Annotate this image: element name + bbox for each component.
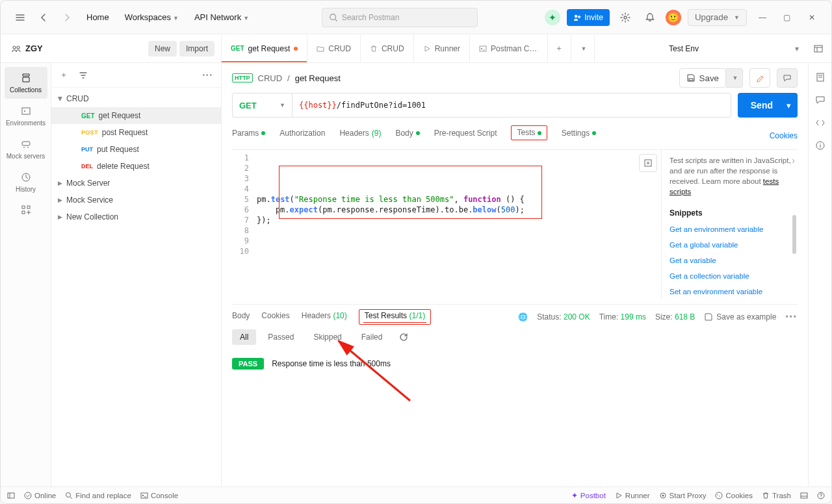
rail-history[interactable]: History bbox=[5, 166, 47, 198]
tree-item-del[interactable]: DELdelete Request bbox=[51, 158, 221, 175]
reqtab-settings[interactable]: Settings bbox=[562, 129, 596, 143]
footer-runner[interactable]: Runner bbox=[615, 492, 650, 499]
url-input[interactable]: {{host}}/findPutOne?id=1001 bbox=[292, 93, 731, 118]
tab-cli[interactable]: Postman CLI Configu bbox=[470, 34, 548, 62]
rail-more[interactable] bbox=[5, 199, 47, 220]
edit-icon[interactable] bbox=[749, 68, 770, 88]
rail-mockservers[interactable]: Mock servers bbox=[5, 133, 47, 165]
scrollbar[interactable] bbox=[792, 215, 796, 254]
notifications-icon[interactable] bbox=[641, 8, 659, 27]
filter-skipped[interactable]: Skipped bbox=[306, 329, 349, 345]
save-drop[interactable]: ▼ bbox=[726, 68, 743, 88]
snippet-link[interactable]: Set an environment variable bbox=[670, 288, 791, 296]
refresh-icon[interactable] bbox=[396, 333, 411, 342]
more-icon[interactable]: ••• bbox=[198, 71, 217, 79]
reqtab-params[interactable]: Params bbox=[232, 129, 265, 143]
filter-icon[interactable] bbox=[75, 67, 92, 84]
tab-crud-folder[interactable]: CRUD bbox=[307, 34, 361, 62]
reqtab-headers[interactable]: Headers (9) bbox=[339, 129, 381, 143]
code-icon[interactable] bbox=[815, 118, 826, 130]
snippet-link[interactable]: Get a variable bbox=[670, 257, 791, 264]
footer-help-icon[interactable] bbox=[817, 492, 825, 499]
tree-item-post[interactable]: POSTpost Request bbox=[51, 124, 221, 141]
footer-cookies[interactable]: Cookies bbox=[715, 492, 753, 499]
snippet-link[interactable]: Get a global variable bbox=[670, 241, 791, 249]
send-button[interactable]: Send bbox=[738, 93, 786, 118]
cookies-link[interactable]: Cookies bbox=[770, 131, 798, 140]
docs-icon[interactable] bbox=[815, 72, 826, 84]
tab-runner[interactable]: Runner bbox=[414, 34, 470, 62]
more-icon[interactable]: ••• bbox=[785, 312, 798, 321]
rail-environments[interactable]: Environments bbox=[5, 100, 47, 132]
comment-icon[interactable] bbox=[815, 95, 826, 107]
svg-rect-13 bbox=[22, 211, 25, 214]
add-icon[interactable]: ＋ bbox=[55, 67, 72, 84]
import-button[interactable]: Import bbox=[179, 41, 214, 57]
snippet-link[interactable]: Get a collection variable bbox=[670, 272, 791, 280]
resptab-testresults[interactable]: Test Results (1/1) bbox=[359, 311, 431, 323]
chevron-right-icon[interactable]: › bbox=[792, 155, 795, 166]
globe-icon[interactable]: 🌐 bbox=[518, 312, 528, 321]
code-tools-icon[interactable] bbox=[639, 154, 657, 172]
new-tab-button[interactable]: ＋ bbox=[548, 34, 571, 62]
nav-workspaces[interactable]: Workspaces▼ bbox=[120, 10, 184, 25]
team-avatar[interactable]: ✦ bbox=[545, 10, 560, 25]
footer-trash[interactable]: Trash bbox=[762, 492, 791, 499]
tab-get-request[interactable]: GET get Request bbox=[222, 34, 307, 62]
footer-find[interactable]: Find and replace bbox=[65, 492, 131, 499]
snippet-link[interactable]: Get an environment variable bbox=[670, 225, 791, 233]
workspace-name[interactable]: ZGY bbox=[11, 44, 43, 54]
method-get-tag: GET bbox=[81, 112, 95, 120]
reqtab-auth[interactable]: Authorization bbox=[280, 129, 325, 143]
save-button[interactable]: Save bbox=[679, 68, 726, 88]
window-minimize-icon[interactable]: — bbox=[753, 8, 772, 27]
upgrade-button[interactable]: Upgrade▼ bbox=[688, 9, 747, 26]
new-button[interactable]: New bbox=[148, 41, 177, 57]
tab-crud-trash[interactable]: CRUD bbox=[361, 34, 414, 62]
filter-all[interactable]: All bbox=[232, 329, 256, 345]
tree-folder-mockserver[interactable]: ▶Mock Server bbox=[51, 175, 221, 192]
footer-layout-icon[interactable] bbox=[800, 492, 808, 499]
environment-selector[interactable]: Test Env ▾ bbox=[662, 34, 805, 62]
code-editor[interactable]: pm.test("Response time is less than 500m… bbox=[254, 150, 661, 299]
settings-icon[interactable] bbox=[616, 8, 634, 27]
filter-failed[interactable]: Failed bbox=[354, 329, 391, 345]
footer-panel-icon[interactable] bbox=[7, 492, 15, 499]
rail-collections[interactable]: Collections bbox=[5, 67, 47, 99]
nav-home[interactable]: Home bbox=[81, 10, 114, 25]
tree-item-get[interactable]: GETget Request bbox=[51, 107, 221, 124]
nav-api-network[interactable]: API Network▼ bbox=[189, 10, 254, 25]
reqtab-body[interactable]: Body bbox=[395, 129, 419, 143]
footer-console[interactable]: Console bbox=[140, 492, 178, 499]
invite-button[interactable]: Invite bbox=[567, 9, 610, 26]
breadcrumb-folder[interactable]: CRUD bbox=[258, 73, 283, 83]
window-maximize-icon[interactable]: ▢ bbox=[778, 8, 796, 27]
send-drop[interactable]: ▾ bbox=[779, 93, 798, 118]
resptab-body[interactable]: Body bbox=[232, 311, 250, 323]
tab-drop-button[interactable]: ▼ bbox=[571, 34, 595, 62]
window-close-icon[interactable]: ✕ bbox=[803, 8, 821, 27]
filter-passed[interactable]: Passed bbox=[260, 329, 302, 345]
reqtab-tests[interactable]: Tests bbox=[511, 125, 547, 145]
tree-label: New Collection bbox=[66, 212, 118, 221]
user-avatar[interactable]: 🙂 bbox=[666, 10, 681, 25]
resptab-cookies[interactable]: Cookies bbox=[261, 311, 289, 323]
tree-item-put[interactable]: PUTput Request bbox=[51, 141, 221, 158]
tree-folder-crud[interactable]: ▶CRUD bbox=[51, 90, 221, 107]
tree-folder-newcollection[interactable]: ▶New Collection bbox=[51, 208, 221, 225]
reqtab-prereq[interactable]: Pre-request Script bbox=[434, 129, 497, 143]
forward-icon[interactable] bbox=[58, 8, 76, 27]
hamburger-icon[interactable] bbox=[11, 8, 29, 27]
footer-startproxy[interactable]: Start Proxy bbox=[659, 492, 707, 499]
tree-folder-mockservice[interactable]: ▶Mock Service bbox=[51, 192, 221, 208]
comment-icon[interactable] bbox=[777, 68, 798, 88]
resptab-headers[interactable]: Headers (10) bbox=[302, 311, 347, 323]
method-select[interactable]: GET▼ bbox=[232, 93, 292, 118]
save-example-button[interactable]: Save as example bbox=[704, 312, 776, 321]
info-icon[interactable] bbox=[815, 140, 826, 153]
search-input[interactable]: Search Postman bbox=[322, 8, 478, 27]
environment-quicklook-icon[interactable] bbox=[805, 34, 831, 62]
footer-postbot[interactable]: ✦ Postbot bbox=[571, 491, 606, 500]
footer-online[interactable]: Online bbox=[24, 492, 56, 499]
back-icon[interactable] bbox=[34, 8, 53, 27]
